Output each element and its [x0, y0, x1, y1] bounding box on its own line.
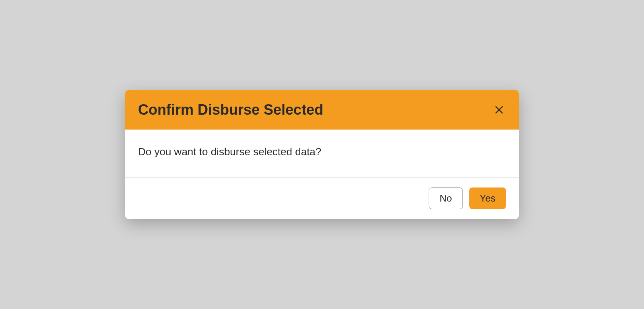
no-button[interactable]: No: [429, 187, 463, 209]
dialog-message: Do you want to disburse selected data?: [138, 146, 506, 158]
dialog-title: Confirm Disburse Selected: [138, 101, 323, 118]
close-icon: [494, 105, 504, 115]
dialog-body: Do you want to disburse selected data?: [125, 130, 519, 178]
dialog-header: Confirm Disburse Selected: [125, 90, 519, 130]
dialog-footer: No Yes: [125, 178, 519, 219]
yes-button[interactable]: Yes: [469, 187, 506, 209]
confirm-dialog: Confirm Disburse Selected Do you want to…: [125, 90, 519, 219]
close-button[interactable]: [492, 103, 506, 117]
